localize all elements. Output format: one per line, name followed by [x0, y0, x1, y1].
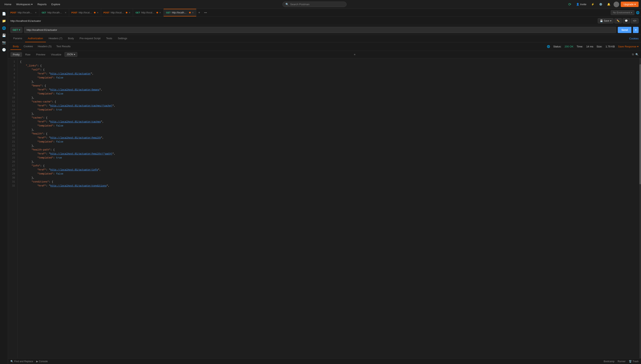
nav-home[interactable]: Home — [3, 2, 14, 7]
trash-button[interactable]: 🗑️ Trash — [629, 360, 638, 363]
tab-close-icon[interactable]: ✕ — [97, 12, 99, 14]
bell-icon-btn[interactable]: 🔔 — [605, 2, 612, 6]
tab-url: http://localhost/... — [18, 11, 34, 14]
tab-params[interactable]: Params — [11, 35, 25, 42]
tab-get-active[interactable]: GET http://localhost:81/... ✕ — [164, 9, 196, 16]
tab-post-3[interactable]: POST http://localhost/o... ✕ — [101, 9, 133, 16]
sidebar-item-mock[interactable]: 💾 — [1, 32, 7, 38]
filter-icon[interactable]: ≡ — [354, 53, 356, 56]
line-num-6: 6 — [8, 80, 18, 84]
tab-url: http://localhost:81/... — [172, 11, 188, 14]
line-num-32: 32 — [8, 184, 18, 188]
bootcamp-label: Bootcamp — [603, 360, 614, 363]
response-scrollbar[interactable] — [639, 58, 641, 358]
console-button[interactable]: ▶ Console — [36, 360, 48, 363]
comment-button[interactable]: 💬 — [622, 18, 630, 24]
upgrade-button[interactable]: Upgrade ▾ — [621, 2, 638, 7]
sidebar-item-new[interactable]: 📄 — [1, 10, 7, 17]
globe-icon: 🌐 — [636, 11, 639, 14]
search-box[interactable]: 🔍 Search Postman — [282, 2, 347, 7]
runner-button[interactable]: Runner — [617, 360, 625, 363]
save-response-button[interactable]: Save Response ▾ — [618, 45, 638, 48]
line-num-17: 17 — [8, 124, 18, 128]
tab-headers[interactable]: Headers (7) — [46, 35, 65, 42]
find-replace-button[interactable]: 🔍 Find and Replace — [11, 360, 33, 363]
res-tab-headers[interactable]: Headers (5) — [36, 43, 54, 50]
time-label: Time: — [577, 45, 583, 48]
code-content: { "_links": { "self": { "href": "http://… — [18, 58, 641, 358]
tab-post-1[interactable]: POST http://localhost/... ✕ — [8, 9, 39, 16]
tab-close-icon[interactable]: ✕ — [129, 12, 130, 14]
nav-workspaces[interactable]: Workspaces ▾ — [14, 2, 35, 7]
scrollbar-thumb[interactable] — [639, 64, 641, 184]
tab-close-icon[interactable]: ✕ — [159, 12, 161, 14]
avatar[interactable] — [613, 2, 619, 7]
tab-body[interactable]: Body — [65, 35, 77, 42]
sidebar-item-history[interactable]: 🕐 — [1, 46, 7, 53]
nav-actions: ⟳ 👤 Invite ⚡ ⚙️ 🔔 Upgrade ▾ — [567, 2, 638, 8]
method-label: GET — [13, 28, 18, 32]
sidebar-item-monitor[interactable]: 📷 — [1, 39, 7, 46]
tab-url: http://localhost/s... — [79, 11, 93, 14]
tab-modified-dot — [156, 12, 158, 14]
save-button[interactable]: 💾 Save ▾ — [598, 18, 613, 24]
tab-post-2[interactable]: POST http://localhost/s... ✕ — [69, 9, 101, 16]
code-line-14: }, — [20, 112, 638, 116]
tab-method: GET — [135, 12, 140, 14]
sync-icon-btn[interactable]: ⟳ — [567, 2, 573, 8]
nav-search-area: 🔍 Search Postman — [63, 2, 566, 7]
line-num-14: 14 — [8, 112, 18, 116]
send-dropdown-button[interactable]: ▾ — [633, 27, 638, 33]
line-num-4: 4 — [8, 72, 18, 76]
format-raw-button[interactable]: Raw — [23, 52, 33, 57]
url-title-bar: http://localhost:81/actuator 💾 Save ▾ ✏️… — [8, 16, 641, 25]
status-code: 200 OK — [565, 45, 573, 48]
code-line-23: "health-path": { — [20, 148, 638, 152]
search-icon[interactable]: 🔍 — [635, 53, 638, 56]
format-visualize-button[interactable]: Visualize — [49, 52, 64, 57]
tab-add-button[interactable]: + — [196, 11, 202, 14]
sidebar-item-collections[interactable]: 📁 — [1, 18, 7, 24]
tab-get-1[interactable]: GET http://localhost/s... ✕ — [39, 9, 69, 16]
res-tab-cookies[interactable]: Cookies — [21, 43, 36, 50]
size-label: Size: — [596, 45, 602, 48]
environment-selector[interactable]: No Environment ▾ — [611, 10, 634, 15]
bootcamp-button[interactable]: Bootcamp — [603, 360, 614, 363]
tab-modified-dot — [189, 12, 191, 14]
copy-icon[interactable]: ⧉ — [632, 53, 634, 56]
nav-reports[interactable]: Reports — [36, 2, 49, 7]
tab-tests[interactable]: Tests — [103, 35, 115, 42]
tab-close-icon[interactable]: ✕ — [35, 12, 37, 14]
chevron-down-icon: ▾ — [31, 3, 33, 6]
tab-more-button[interactable]: ••• — [202, 11, 209, 14]
format-pretty-button[interactable]: Pretty — [11, 52, 22, 57]
res-tab-body[interactable]: Body — [11, 43, 21, 50]
tab-close-icon[interactable]: ✕ — [65, 12, 67, 14]
sidebar-item-environments[interactable]: 🌐 — [1, 25, 7, 31]
bottom-bar: 🔍 Find and Replace ▶ Console Bootcamp Ru… — [8, 358, 641, 364]
tab-close-icon[interactable]: ✕ — [192, 12, 194, 14]
tab-get-2[interactable]: GET http://localhost/m... ✕ — [133, 9, 164, 16]
lightning-icon-btn[interactable]: ⚡ — [589, 2, 596, 6]
res-tab-test-results[interactable]: Test Results — [54, 43, 73, 50]
save-label: Save — [604, 20, 609, 22]
navbar: Home Workspaces ▾ Reports Explore 🔍 Sear… — [0, 0, 641, 9]
url-input[interactable] — [24, 27, 616, 33]
response-status: 🌐 Status: 200 OK Time: 14 ms Size: 1.79 … — [547, 45, 638, 48]
code-line-10: }, — [20, 96, 638, 100]
tab-pre-request-script[interactable]: Pre-request Script — [77, 35, 103, 42]
format-type-selector[interactable]: JSON ▾ — [65, 52, 77, 57]
nav-explore[interactable]: Explore — [50, 2, 62, 7]
format-preview-button[interactable]: Preview — [34, 52, 48, 57]
edit-button[interactable]: ✏️ — [614, 18, 622, 24]
tab-authorization[interactable]: Authorization — [25, 35, 46, 42]
settings-icon-btn[interactable]: ⚙️ — [597, 2, 604, 6]
search-placeholder: Search Postman — [290, 3, 309, 6]
method-selector[interactable]: GET ▾ — [11, 27, 23, 33]
invite-button[interactable]: 👤 Invite — [574, 2, 588, 6]
send-button[interactable]: Send — [618, 27, 631, 33]
chevron-down-icon: ▾ — [610, 20, 611, 22]
code-button[interactable]: </> — [631, 18, 638, 24]
tab-settings[interactable]: Settings — [115, 35, 130, 42]
cookies-link[interactable]: Cookies — [629, 37, 638, 40]
